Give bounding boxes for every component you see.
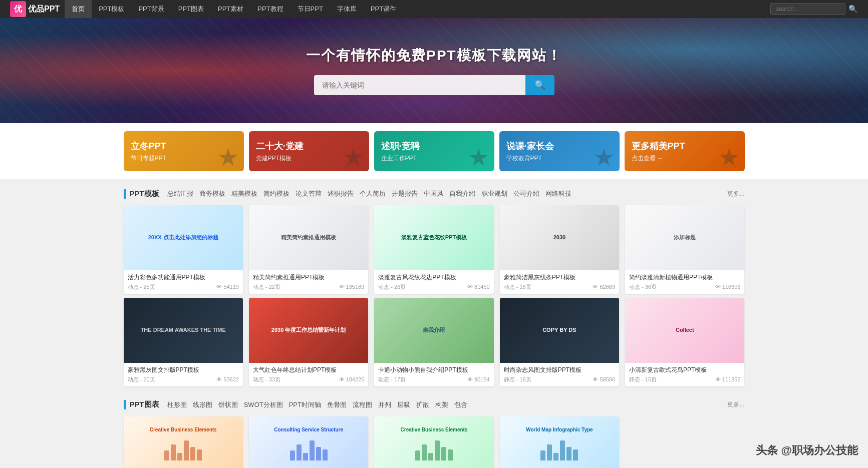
chart-tab-鱼骨图[interactable]: 鱼骨图 [327, 399, 347, 410]
promo-card-title: 述职·竞聘 [381, 140, 420, 152]
chart-tab-流程图[interactable]: 流程图 [353, 399, 372, 410]
chart-tab-PPT时间轴[interactable]: PPT时间轴 [289, 399, 321, 410]
ppt-tab-公司介绍[interactable]: 公司介绍 [513, 188, 539, 199]
chart-card[interactable]: World Map Infographic Type World Map Inf… [500, 416, 619, 468]
ppt-card[interactable]: 精美简约素推通用模板 精美简约素推通用PPT模板 动态 - 22页 👁 1351… [249, 205, 368, 294]
ppt-pages: 动态 - 26页 [378, 283, 406, 291]
chart-thumb-label: Consulting Service Structure [274, 427, 343, 432]
chart-thumb-label: Creative Business Elements [150, 427, 217, 432]
nav-item-字体库[interactable]: 字体库 [330, 0, 364, 18]
ppt-meta: 动态 - 22页 👁 135189 [253, 283, 364, 291]
ppt-tab-简约模板[interactable]: 简约模板 [263, 188, 290, 199]
ppt-tab-总结汇报[interactable]: 总结汇报 [167, 188, 193, 199]
ppt-card[interactable]: Collect 小清新复古欧式花鸟PPT模板 静态 - 15页 👁 111852 [625, 298, 744, 386]
ppt-thumb: 自我介绍 [374, 298, 493, 363]
chart-thumb: Creative Business Elements [124, 416, 243, 468]
nav-search-input[interactable] [770, 3, 845, 15]
promo-card-icon: ★ [343, 143, 364, 171]
chart-tab-SWOT分析图[interactable]: SWOT分析图 [244, 399, 283, 410]
promo-section: 立冬PPT 节日专题PPT ★ 二十大·党建 党建PPT模板 ★ 述职·竞聘 企… [0, 123, 868, 179]
ppt-thumb: 精美简约素推通用模板 [249, 205, 368, 270]
ppt-card[interactable]: 20XX 点击此处添加您的标题 活力彩色多功能通用PPT模板 动态 - 25页 … [124, 205, 243, 294]
ppt-info: 活力彩色多功能通用PPT模板 动态 - 25页 👁 54119 [124, 270, 243, 294]
ppt-card-grid-row1: 20XX 点击此处添加您的标题 活力彩色多功能通用PPT模板 动态 - 25页 … [124, 205, 745, 294]
chart-card[interactable]: Consulting Service Structure Consulting … [249, 416, 368, 468]
chart-tab-柱形图[interactable]: 柱形图 [167, 399, 187, 410]
ppt-section-title: PPT模板 [124, 189, 159, 199]
promo-card-title: 说课·家长会 [506, 140, 554, 152]
ppt-meta: 动态 - 17页 👁 90154 [378, 376, 489, 383]
ppt-meta: 动态 - 16页 👁 62869 [504, 283, 615, 291]
chart-tab-线形图[interactable]: 线形图 [193, 399, 212, 410]
ppt-card[interactable]: 淡雅复古蓝色花纹PPT模板 淡雅复古风花纹花边PPT模板 动态 - 26页 👁 … [374, 205, 493, 294]
ppt-tab-述职报告[interactable]: 述职报告 [328, 188, 354, 199]
ppt-thumb: 2030 [500, 205, 619, 270]
ppt-card[interactable]: 2030 年度工作总结暨新年计划 大气红色年终总结计划PPT模板 动态 - 33… [249, 298, 368, 386]
chart-thumb-label: World Map Infographic Type [526, 427, 593, 432]
ppt-views: 👁 135189 [339, 284, 365, 290]
site-logo[interactable]: 优 优品PPT [10, 1, 60, 17]
ppt-pages: 动态 - 22页 [253, 283, 280, 291]
ppt-pages: 静态 - 16页 [504, 376, 531, 383]
ppt-section-more[interactable]: 更多... [727, 190, 744, 198]
nav-item-PPT素材[interactable]: PPT素材 [211, 0, 250, 18]
ppt-meta: 静态 - 16页 👁 58506 [504, 376, 615, 383]
ppt-views: 👁 53622 [216, 376, 239, 382]
ppt-views: 👁 184225 [339, 376, 365, 382]
nav-item-节日PPT[interactable]: 节日PPT [291, 0, 330, 18]
ppt-tab-开题报告[interactable]: 开题报告 [392, 188, 418, 199]
ppt-tab-商务模板[interactable]: 商务模板 [199, 188, 225, 199]
chart-section-more[interactable]: 更多... [727, 400, 744, 409]
hero-title: 一个有情怀的免费PPT模板下载网站！ [306, 46, 561, 65]
ppt-tab-中国风[interactable]: 中国风 [424, 188, 443, 199]
ppt-section-tabs: 总结汇报商务模板精美模板简约模板论文答辩述职报告个人简历开题报告中国风自我介绍职… [167, 188, 571, 199]
chart-tab-包含[interactable]: 包含 [454, 399, 467, 410]
nav-search-icon[interactable]: 🔍 [848, 5, 858, 14]
ppt-tab-论文答辩[interactable]: 论文答辩 [296, 188, 322, 199]
nav-item-PPT教程[interactable]: PPT教程 [250, 0, 290, 18]
nav-item-PPT模板[interactable]: PPT模板 [92, 0, 131, 18]
ppt-views: 👁 58506 [593, 376, 615, 382]
ppt-card[interactable]: 添加标题 简约淡雅清新植物通用PPT模板 动态 - 36页 👁 116606 [625, 205, 744, 294]
chart-tab-饼状图[interactable]: 饼状图 [218, 399, 238, 410]
hero-search-button[interactable]: 🔍 [525, 75, 554, 95]
promo-card-5[interactable]: 更多精美PPT 点击查看 → ★ [625, 131, 745, 171]
nav-item-PPT课件[interactable]: PPT课件 [364, 0, 403, 18]
chart-tab-层吸[interactable]: 层吸 [397, 399, 410, 410]
chart-card[interactable]: Creative Business Elements Creative Busi… [124, 416, 243, 468]
ppt-name: 大气红色年终总结计划PPT模板 [253, 366, 364, 374]
promo-card-1[interactable]: 立冬PPT 节日专题PPT ★ [124, 131, 244, 171]
promo-card-3[interactable]: 述职·竞聘 企业工作PPT ★ [374, 131, 494, 171]
promo-card-sub: 企业工作PPT [381, 154, 420, 163]
chart-card[interactable]: Creative Business Elements Creative Busi… [374, 416, 493, 468]
ppt-info: 淡雅复古风花纹花边PPT模板 动态 - 26页 👁 81450 [374, 270, 493, 294]
ppt-card[interactable]: 2030 豪雅简洁黑灰线条PPT模板 动态 - 16页 👁 62869 [500, 205, 619, 294]
ppt-card[interactable]: 自我介绍 卡通小动物小熊自我介绍PPT模板 动态 - 17页 👁 90154 [374, 298, 493, 386]
ppt-pages: 动态 - 17页 [378, 376, 406, 383]
ppt-tab-网络科技[interactable]: 网络科技 [545, 188, 571, 199]
chart-tab-并列[interactable]: 并列 [378, 399, 391, 410]
ppt-card[interactable]: THE DREAM AWAKES THE TIME 豪雅黑灰图文排版PPT模板 … [124, 298, 243, 386]
ppt-tab-职业规划[interactable]: 职业规划 [481, 188, 507, 199]
chart-tab-构架[interactable]: 构架 [435, 399, 448, 410]
hero-search-input[interactable] [314, 75, 525, 95]
promo-card-4[interactable]: 说课·家长会 学校教育PPT ★ [499, 131, 620, 171]
watermark-line1: 头条 @职场办公技能 [756, 443, 858, 458]
thumb-label: 添加标题 [674, 234, 696, 241]
nav-item-首页[interactable]: 首页 [65, 0, 92, 18]
nav-item-PPT图表[interactable]: PPT图表 [171, 0, 211, 18]
ppt-meta: 动态 - 25页 👁 54119 [128, 283, 239, 291]
ppt-info: 简约淡雅清新植物通用PPT模板 动态 - 36页 👁 116606 [625, 270, 744, 294]
nav-item-PPT背景[interactable]: PPT背景 [131, 0, 171, 18]
promo-card-2[interactable]: 二十大·党建 党建PPT模板 ★ [249, 131, 369, 171]
ppt-tab-自我介绍[interactable]: 自我介绍 [449, 188, 475, 199]
ppt-thumb: 2030 年度工作总结暨新年计划 [249, 298, 368, 363]
ppt-card[interactable]: COPY BY DS 时尚杂志风图文排版PPT模板 静态 - 16页 👁 585… [500, 298, 619, 386]
ppt-tab-个人简历[interactable]: 个人简历 [360, 188, 386, 199]
logo-icon: 优 [10, 1, 26, 17]
thumb-label: 2030 年度工作总结暨新年计划 [271, 326, 346, 334]
hero-search: 🔍 [314, 75, 554, 95]
promo-card-icon: ★ [217, 143, 239, 171]
ppt-tab-精美模板[interactable]: 精美模板 [231, 188, 257, 199]
chart-tab-扩散[interactable]: 扩散 [416, 399, 429, 410]
